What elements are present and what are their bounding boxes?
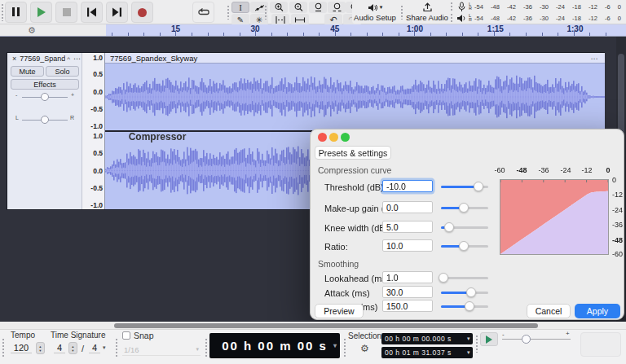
selection-start-caret-icon[interactable]: ▾: [467, 333, 470, 344]
timeline-ruler[interactable]: ⚙ 15 30 45 1:00 1:15 1:30: [0, 24, 626, 37]
gain-max-label: +: [71, 92, 74, 98]
graph-right-label: -60: [612, 250, 623, 258]
dialog-close-button[interactable]: [318, 133, 327, 142]
effects-button[interactable]: Effects: [11, 79, 79, 90]
pencil-icon: ✎: [237, 15, 244, 24]
track-close-icon[interactable]: ×: [12, 55, 16, 63]
zoom-out-button[interactable]: [289, 2, 307, 13]
gain-slider[interactable]: - +: [15, 92, 74, 103]
share-audio-label: Share Audio: [406, 13, 448, 22]
track-menu-icon[interactable]: ⋯: [73, 55, 81, 63]
skip-to-end-button[interactable]: [106, 2, 128, 23]
selection-gear-icon[interactable]: ⚙: [360, 343, 369, 354]
loop-button[interactable]: [192, 2, 214, 23]
zoom-in-button[interactable]: [270, 2, 288, 13]
snap-dropdown[interactable]: 1/16 ▾: [122, 343, 201, 356]
playspeed-grip[interactable]: [475, 335, 479, 353]
share-audio-button[interactable]: Share Audio: [404, 1, 450, 24]
timesig-upper-value[interactable]: 4: [54, 343, 65, 353]
pan-left-label: L: [15, 115, 19, 121]
graph-top-label: -36: [538, 166, 549, 174]
horizontal-scrollbar[interactable]: [0, 322, 626, 329]
selection-tool-button[interactable]: I: [231, 2, 249, 13]
play-at-speed-button[interactable]: [480, 332, 498, 346]
timesig-lower-caret-icon[interactable]: ▾: [103, 344, 106, 351]
playback-meter-scale: -54-48-42-36-30-24-18-12-60: [474, 15, 624, 22]
threshold-input[interactable]: -10.0: [382, 180, 433, 192]
lookahead-slider[interactable]: [441, 272, 488, 283]
snap-checkbox[interactable]: [122, 331, 130, 340]
dialog-title: Compressor: [0, 131, 315, 143]
selection-end-caret-icon[interactable]: ▾: [467, 347, 470, 358]
skip-to-start-button[interactable]: [81, 2, 103, 23]
dialog-minimize-button[interactable]: [329, 133, 338, 142]
release-slider[interactable]: [441, 300, 488, 312]
trim-audio-button[interactable]: [271, 14, 289, 25]
threshold-slider[interactable]: [441, 181, 488, 192]
knee-width-input[interactable]: 5.0: [382, 221, 433, 233]
record-meter[interactable]: LR -54-48-42-36-30-24-18-12-60: [450, 1, 624, 12]
tempo-stepper[interactable]: ▴▾: [36, 342, 45, 354]
apply-button[interactable]: Apply: [575, 304, 620, 318]
horizontal-scrollbar-thumb[interactable]: [114, 323, 538, 328]
undo-button[interactable]: ↶: [324, 14, 342, 25]
selection-start-field[interactable]: 00 h 00 m 00.000 s▾: [381, 333, 473, 344]
zoom-to-selection-button[interactable]: [309, 2, 327, 13]
pan-slider[interactable]: L R: [15, 115, 74, 126]
draw-tool-button[interactable]: ✎: [231, 14, 249, 25]
silence-audio-button[interactable]: [291, 14, 309, 25]
speed-slider-knob[interactable]: [522, 335, 531, 344]
channel2-scale[interactable]: 1.0 0.5 0.0 -0.5 -1.0: [82, 132, 105, 209]
meter-grip2[interactable]: [450, 13, 454, 23]
speed-slider-track[interactable]: [502, 339, 571, 340]
lookahead-input[interactable]: 1.0: [382, 271, 433, 283]
speaker-small-icon: [456, 14, 467, 23]
tempo-value[interactable]: 120: [11, 343, 32, 353]
makeup-gain-slider[interactable]: [441, 202, 488, 213]
silence-icon: [294, 15, 306, 24]
presets-settings-button[interactable]: Presets & settings: [315, 146, 391, 160]
audio-position-display[interactable]: 00 h 00 m 00 s ▾: [209, 333, 340, 358]
makeup-gain-input[interactable]: 0.0: [382, 201, 433, 213]
clip-menu-icon[interactable]: ⋯: [591, 53, 599, 64]
dialog-zoom-button[interactable]: [341, 133, 350, 142]
mute-button[interactable]: Mute: [11, 66, 44, 77]
audio-setup-button[interactable]: ▾ Audio Setup: [352, 1, 398, 24]
record-button[interactable]: [131, 2, 153, 23]
channel1-scale[interactable]: 1.0 0.5 0.0 -0.5 -1.0: [82, 53, 105, 130]
knee-width-slider[interactable]: [441, 221, 488, 233]
timesig-stepper[interactable]: ▴▾: [68, 342, 77, 354]
time-format-caret-icon[interactable]: ▾: [333, 342, 337, 349]
attack-slider[interactable]: [441, 287, 488, 298]
play-button[interactable]: [30, 2, 52, 23]
fit-project-button[interactable]: [328, 2, 346, 13]
track-name[interactable]: 77569_Spand...: [20, 55, 65, 63]
meter-grip[interactable]: [450, 2, 454, 11]
timeline-selection-region[interactable]: 15 30 45 1:00 1:15 1:30: [106, 24, 626, 36]
timeline-options-gear-icon[interactable]: ⚙: [28, 25, 36, 36]
waveform-channel-1[interactable]: [105, 64, 605, 130]
track-collapse-icon[interactable]: ^: [67, 55, 70, 63]
attack-input[interactable]: 30.0: [382, 286, 433, 298]
timesig-lower-value[interactable]: 4: [89, 343, 100, 353]
snap-toolbar-grip[interactable]: [115, 338, 119, 357]
ratio-slider[interactable]: [441, 240, 488, 252]
cancel-button[interactable]: Cancel: [527, 304, 571, 318]
gain-knob[interactable]: [41, 93, 49, 101]
playback-meter[interactable]: LR -54-48-42-36-30-24-18-12-60: [450, 12, 624, 24]
ratio-input[interactable]: 10.0: [382, 239, 433, 252]
clip-title-bar[interactable]: 77569_Spandex_Skyway ⋯: [105, 53, 605, 64]
release-input[interactable]: 150.0: [382, 300, 433, 312]
timedisp-grip[interactable]: [205, 338, 209, 357]
smoothing-section-label: Smoothing: [318, 259, 359, 269]
pan-knob[interactable]: [41, 116, 49, 124]
selection-grip[interactable]: [343, 338, 347, 357]
pause-button[interactable]: [5, 2, 27, 23]
solo-button[interactable]: Solo: [46, 66, 79, 77]
time-toolbar-grip[interactable]: [2, 338, 6, 357]
tools-grip[interactable]: [227, 5, 231, 20]
edit-grip[interactable]: [264, 5, 268, 20]
selection-end-field[interactable]: 00 h 01 m 31.037 s▾: [381, 347, 473, 358]
stop-button[interactable]: [55, 2, 77, 23]
preview-button[interactable]: Preview: [315, 304, 364, 318]
